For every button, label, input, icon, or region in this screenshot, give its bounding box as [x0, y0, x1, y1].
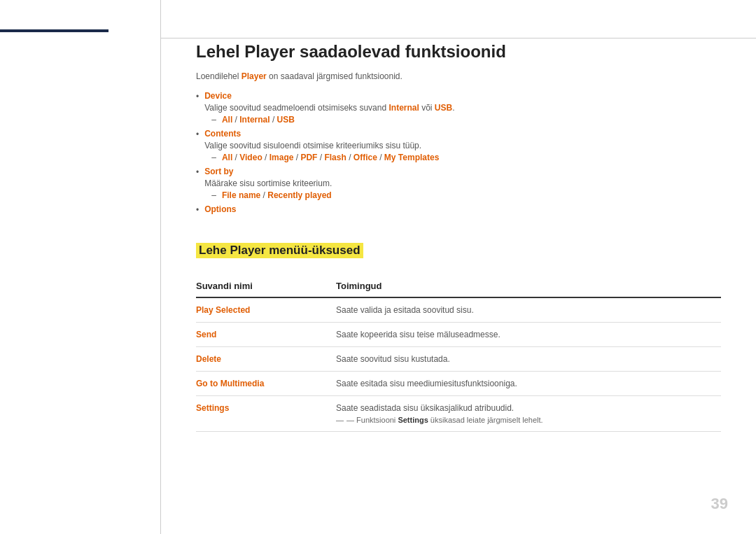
note-before: ― Funktsiooni — [346, 416, 398, 424]
page-title: Lehel Player saadaolevad funktsioonid — [196, 42, 721, 62]
top-divider — [161, 38, 756, 38]
sub-bullet-device: – All / Internal / USB — [211, 115, 721, 125]
bullet-desc-device: Valige soovitud seadmeloendi otsimiseks … — [204, 103, 721, 113]
settings-note: ―― Funktsiooni Settings üksikasad leiate… — [336, 416, 714, 424]
main-content: Lehel Player saadaolevad funktsioonid Lo… — [161, 0, 756, 534]
sub-image: Image — [270, 153, 294, 162]
bullet-desc-contents: Valige soovitud sisuloendi otsimise krit… — [204, 141, 721, 150]
bullet-dot-4: • — [196, 205, 199, 215]
sub-internal: Internal — [239, 115, 270, 125]
sub-bullet-sortby: – File name / Recently played — [211, 190, 721, 200]
sub-dash-1: – — [211, 115, 216, 125]
bullet-label-sortby: Sort by — [204, 167, 721, 176]
table-row: Play Selected Saate valida ja esitada so… — [196, 297, 721, 323]
bullet-options: • Options — [196, 204, 721, 216]
sub-bullet-contents: – All / Video / Image / PDF / Flash / Of… — [211, 153, 721, 162]
row-desc-send: Saate kopeerida sisu teise mäluseadmesse… — [336, 323, 721, 347]
intro-after: on saadaval järgmised funktsioonid. — [267, 71, 402, 81]
bullet-label-device: Device — [204, 91, 721, 101]
menu-table: Suvandi nimi Toimingud Play Selected Saa… — [196, 275, 721, 432]
row-desc-playselected: Saate valida ja esitada soovitud sisu. — [336, 297, 721, 323]
table-row: Delete Saate soovitud sisu kustutada. — [196, 347, 721, 372]
sub-text-device: All / Internal / USB — [222, 115, 295, 125]
sub-recently: Recently played — [267, 190, 331, 200]
bullet-label-options: Options — [204, 204, 721, 214]
bullet-dot-1: • — [196, 92, 199, 101]
sub-all2: All — [222, 153, 232, 162]
row-desc-delete: Saate soovitud sisu kustutada. — [336, 347, 721, 372]
note-highlight: Settings — [398, 416, 428, 424]
table-col1-header: Suvandi nimi — [196, 275, 336, 297]
table-col2-header: Toimingud — [336, 275, 721, 297]
note-after: üksikasad leiate järgmiselt lehelt. — [428, 416, 543, 424]
row-name-playselected: Play Selected — [196, 297, 336, 323]
bullet-content-2: Contents Valige soovitud sisuloendi otsi… — [204, 129, 721, 162]
settings-desc: Saate seadistada sisu üksikasjalikud atr… — [336, 403, 514, 413]
bullet-contents: • Contents Valige soovitud sisuloendi ot… — [196, 129, 721, 162]
sub-filename: File name — [222, 190, 260, 200]
bullet-content-4: Options — [204, 204, 721, 216]
device-highlight2: USB — [435, 103, 452, 113]
device-desc-after: . — [452, 103, 454, 113]
sub-text-sortby: File name / Recently played — [222, 190, 332, 200]
table-row: Settings Saate seadistada sisu üksikasja… — [196, 396, 721, 432]
table-row: Go to Multimedia Saate esitada sisu meed… — [196, 372, 721, 396]
sub-all: All — [222, 115, 232, 125]
row-name-gotomultimedia: Go to Multimedia — [196, 372, 336, 396]
left-sidebar — [0, 0, 161, 534]
bullet-content-3: Sort by Määrake sisu sortimise kriteeriu… — [204, 167, 721, 200]
sub-dash-3: – — [211, 190, 216, 200]
bullet-dot-3: • — [196, 167, 199, 177]
sub-flash: Flash — [324, 153, 346, 162]
device-desc-before: Valige soovitud seadmeloendi otsimiseks … — [204, 103, 388, 113]
row-name-settings: Settings — [196, 396, 336, 432]
sub-text-contents: All / Video / Image / PDF / Flash / Offi… — [222, 153, 439, 162]
bullet-device: • Device Valige soovitud seadmeloendi ot… — [196, 91, 721, 125]
sub-video: Video — [239, 153, 262, 162]
sub-pdf: PDF — [300, 153, 317, 162]
intro-text: Loendilehel Player on saadaval järgmised… — [196, 71, 721, 81]
bullet-section: • Device Valige soovitud seadmeloendi ot… — [196, 91, 721, 216]
row-desc-gotomultimedia: Saate esitada sisu meediumiesitusfunktsi… — [336, 372, 721, 396]
page-number: 39 — [711, 495, 728, 513]
row-name-delete: Delete — [196, 347, 336, 372]
em-dash: ― — [336, 416, 344, 424]
intro-before: Loendilehel — [196, 71, 241, 81]
row-name-send: Send — [196, 323, 336, 347]
sub-office: Office — [354, 153, 377, 162]
bullet-sortby: • Sort by Määrake sisu sortimise kriteer… — [196, 167, 721, 200]
intro-highlight: Player — [241, 71, 267, 81]
sub-templates: My Templates — [384, 153, 439, 162]
sub-usb: USB — [277, 115, 295, 125]
row-desc-settings: Saate seadistada sisu üksikasjalikud atr… — [336, 396, 721, 432]
bullet-dot-2: • — [196, 129, 199, 139]
device-highlight1: Internal — [388, 103, 419, 113]
sub-dash-2: – — [211, 153, 216, 162]
bullet-label-contents: Contents — [204, 129, 721, 139]
section2-heading: Lehe Player menüü-üksused — [196, 243, 363, 258]
device-between: või — [419, 103, 435, 113]
bullet-content-1: Device Valige soovitud seadmeloendi otsi… — [204, 91, 721, 125]
sidebar-accent-bar — [0, 29, 108, 32]
bullet-desc-sortby: Määrake sisu sortimise kriteerium. — [204, 178, 721, 188]
table-row: Send Saate kopeerida sisu teise mälusead… — [196, 323, 721, 347]
